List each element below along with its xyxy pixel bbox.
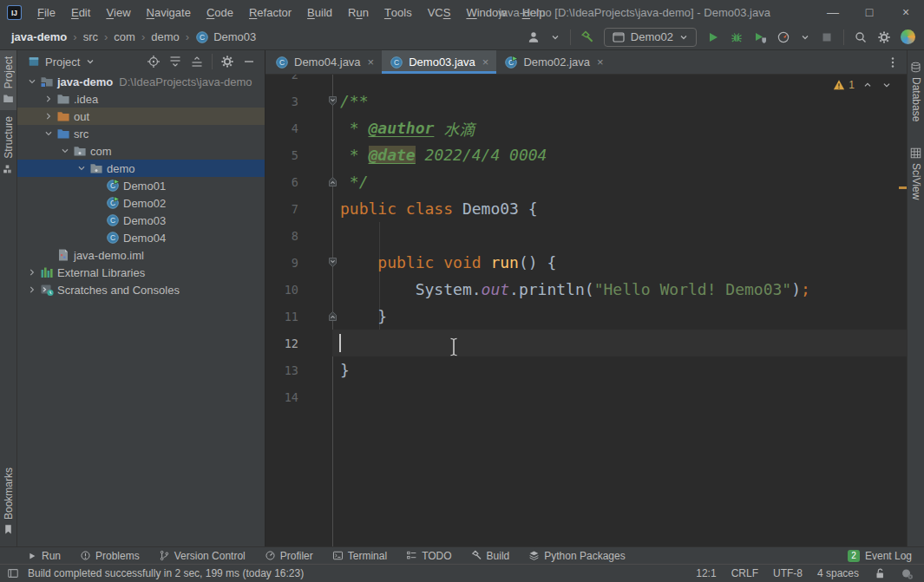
tree-closed-arrow-icon[interactable] [24, 266, 40, 278]
chevron-down-icon[interactable] [800, 32, 810, 43]
toolwindow-button-terminal[interactable]: Terminal [323, 547, 396, 564]
code-line-text[interactable]: */ [332, 168, 907, 195]
tree-open-arrow-icon[interactable] [57, 145, 73, 157]
code-line-text[interactable] [332, 330, 907, 356]
menu-refactor[interactable]: Refactor [241, 0, 299, 24]
run-with-coverage-button[interactable] [753, 30, 767, 44]
tree-item-out[interactable]: out [17, 108, 265, 125]
stripe-tab-project[interactable]: Project [0, 50, 16, 110]
fold-open-icon[interactable] [298, 249, 332, 276]
close-button[interactable]: × [888, 0, 924, 24]
code-line-2[interactable]: 2 [265, 75, 907, 88]
collapse-all-icon[interactable] [190, 55, 204, 69]
fold-close-icon[interactable] [298, 303, 332, 330]
tab-options-kebab-icon[interactable] [886, 56, 907, 69]
code-line-text[interactable] [332, 75, 907, 88]
profiler-button[interactable] [777, 30, 790, 44]
user-icon[interactable] [527, 30, 541, 44]
tree-item-Demo02[interactable]: CDemo02 [17, 194, 265, 212]
fold-marker-icon[interactable] [327, 257, 338, 271]
indent-size[interactable]: 4 spaces [817, 567, 859, 579]
maximize-button[interactable]: □ [851, 0, 888, 24]
build-hammer-icon[interactable] [580, 30, 594, 44]
breadcrumb-item-com[interactable]: com [114, 30, 135, 43]
stripe-tab-database[interactable]: Database [908, 56, 924, 128]
fold-marker-icon[interactable] [327, 311, 338, 324]
run-configuration-select[interactable]: Demo02 [604, 28, 697, 47]
error-stripe-warning-mark[interactable] [899, 186, 907, 189]
minimize-button[interactable]: — [815, 0, 851, 24]
tree-item-java-demo[interactable]: java-demoD:\IdeaProjects\java-demo [17, 73, 265, 90]
code-editor[interactable]: 23/**4 * @author 水滴5 * @date 2022/4/4 00… [265, 75, 907, 546]
toolwindow-toggle-icon[interactable] [7, 567, 19, 579]
toolwindow-button-profiler[interactable]: Profiler [255, 547, 323, 564]
toolwindow-button-run[interactable]: Run [17, 547, 70, 564]
code-line-6[interactable]: 6 */ [265, 168, 907, 195]
code-line-14[interactable]: 14 [265, 383, 907, 410]
code-line-text[interactable]: } [332, 303, 907, 330]
tab-close-icon[interactable]: × [597, 56, 604, 69]
tree-item-java-demo.iml[interactable]: java-demo.iml [17, 246, 265, 264]
menu-edit[interactable]: Edit [63, 0, 98, 24]
tree-closed-arrow-icon[interactable] [41, 110, 56, 122]
hide-panel-icon[interactable] [242, 55, 256, 69]
tree-item-src[interactable]: src [17, 125, 265, 142]
breadcrumb-item-Demo03[interactable]: CDemo03 [195, 30, 256, 44]
code-line-text[interactable] [332, 222, 907, 249]
colorful-sphere-plugin-icon[interactable] [901, 29, 915, 44]
lock-open-icon[interactable] [874, 567, 886, 579]
code-line-4[interactable]: 4 * @author 水滴 [265, 114, 907, 141]
run-button[interactable] [706, 30, 720, 44]
breadcrumb-item-demo[interactable]: demo [151, 30, 180, 43]
code-line-12[interactable]: 12 [265, 330, 907, 356]
toolwindow-button-build[interactable]: Build [462, 547, 520, 564]
editor-tab-Demo03.java[interactable]: CDemo03.java× [382, 50, 496, 74]
panel-gear-icon[interactable] [220, 55, 234, 69]
tree-item-.idea[interactable]: .idea [17, 90, 265, 108]
tree-item-Demo04[interactable]: CDemo04 [17, 229, 265, 246]
tree-open-arrow-icon[interactable] [24, 75, 40, 88]
debug-button[interactable] [730, 30, 744, 44]
tree-item-demo[interactable]: demo [17, 160, 265, 177]
breadcrumb-item-src[interactable]: src [83, 30, 98, 43]
menu-code[interactable]: Code [199, 0, 241, 24]
tree-item-Demo03[interactable]: CDemo03 [17, 212, 265, 229]
menu-tools[interactable]: Tools [377, 0, 420, 24]
file-encoding[interactable]: UTF-8 [773, 567, 803, 579]
expand-all-icon[interactable] [168, 55, 182, 69]
code-line-9[interactable]: 9 public void run() { [265, 249, 907, 276]
editor-tab-Demo04.java[interactable]: CDemo04.java× [267, 50, 382, 74]
code-line-13[interactable]: 13} [265, 356, 907, 383]
code-line-text[interactable]: * @author 水滴 [332, 114, 907, 141]
menu-vcs[interactable]: VCS [420, 0, 459, 24]
project-panel-title[interactable]: Project [45, 56, 80, 69]
code-line-text[interactable]: System.out.println("Hello World! Demo03"… [332, 276, 907, 303]
fold-close-icon[interactable] [298, 168, 332, 195]
locate-file-icon[interactable] [147, 55, 161, 69]
status-message[interactable]: Build completed successfully in 2 sec, 1… [28, 567, 304, 579]
code-line-text[interactable]: /** [332, 88, 907, 114]
editor-tab-Demo02.java[interactable]: CDemo02.java× [496, 50, 611, 74]
code-line-10[interactable]: 10 System.out.println("Hello World! Demo… [265, 276, 907, 303]
stripe-tab-bookmarks[interactable]: Bookmarks [0, 461, 16, 541]
line-separator[interactable]: CRLF [731, 567, 758, 579]
code-line-11[interactable]: 11 } [265, 303, 907, 330]
settings-sync-icon[interactable] [901, 567, 914, 580]
toolwindow-button-python-packages[interactable]: Python Packages [519, 547, 634, 564]
menu-build[interactable]: Build [299, 0, 340, 24]
tab-close-icon[interactable]: × [482, 56, 489, 69]
stripe-tab-structure[interactable]: Structure [0, 110, 16, 180]
code-line-8[interactable]: 8 [265, 222, 907, 249]
menu-view[interactable]: View [98, 0, 138, 24]
fold-marker-icon[interactable] [327, 95, 338, 109]
tree-item-Demo01[interactable]: CDemo01 [17, 177, 265, 194]
code-line-text[interactable] [332, 383, 907, 410]
toolwindow-button-todo[interactable]: TODO [396, 547, 461, 564]
tab-close-icon[interactable]: × [368, 56, 375, 69]
toolwindow-button-problems[interactable]: Problems [70, 547, 149, 564]
menu-file[interactable]: File [29, 0, 63, 24]
fold-open-icon[interactable] [298, 88, 332, 114]
code-line-text[interactable]: * @date 2022/4/4 0004 [332, 141, 907, 168]
menu-run[interactable]: Run [340, 0, 377, 24]
code-line-3[interactable]: 3/** [265, 88, 907, 114]
